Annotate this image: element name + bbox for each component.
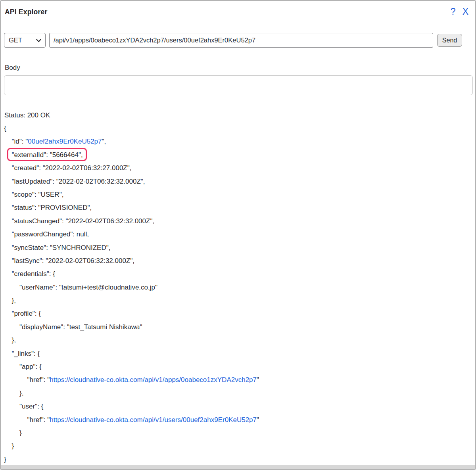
json-text: " — [257, 416, 259, 424]
json-line: "credentials": { — [1, 267, 475, 280]
json-text: "app": { — [19, 363, 42, 370]
body-label: Body — [5, 64, 20, 72]
json-text: "syncState": "SYNCHRONIZED", — [12, 244, 111, 251]
json-text: } — [12, 442, 14, 450]
close-icon[interactable]: X — [463, 7, 468, 16]
json-line: "userName": "tatsumi+test@cloudnative.co… — [1, 281, 475, 294]
json-line: "created": "2022-02-02T06:32:27.000Z", — [1, 161, 475, 175]
json-link[interactable]: https://cloudnative-co.okta.com/api/v1/a… — [50, 376, 257, 384]
json-text: "created": "2022-02-02T06:32:27.000Z", — [12, 164, 132, 172]
json-text: "externalId": "5666464", — [12, 151, 83, 159]
json-line: "status": "PROVISIONED", — [1, 201, 475, 214]
chevron-down-icon — [36, 39, 41, 42]
json-text: { — [4, 125, 6, 132]
json-line: }, — [1, 294, 475, 307]
json-line: } — [1, 453, 475, 466]
json-text: "userName": "tatsumi+test@cloudnative.co… — [19, 284, 157, 291]
body-textarea[interactable] — [4, 75, 473, 95]
json-line: "syncState": "SYNCHRONIZED", — [1, 241, 475, 254]
json-text: "displayName": "test_Tatsumi Nishikawa" — [19, 323, 142, 331]
json-line: "user": { — [1, 400, 475, 413]
json-line: "scope": "USER", — [1, 188, 475, 201]
method-select[interactable]: GET — [4, 33, 46, 48]
status-text: Status: 200 OK — [4, 111, 50, 119]
json-text: "credentials": { — [12, 270, 55, 278]
json-text: }, — [19, 389, 23, 397]
window-controls: ? X — [451, 7, 468, 16]
json-line: "externalId": "5666464", — [1, 148, 475, 161]
json-text: ", — [102, 138, 106, 145]
json-text: "statusChanged": "2022-02-02T06:32:32.00… — [12, 217, 155, 225]
json-line: }, — [1, 334, 475, 347]
json-text: "scope": "USER", — [12, 191, 64, 198]
json-text: "lastUpdated": "2022-02-02T06:32:32.000Z… — [12, 178, 145, 185]
json-text: }, — [12, 297, 16, 304]
json-line: { — [1, 122, 475, 135]
send-button[interactable]: Send — [437, 34, 462, 47]
url-input[interactable] — [49, 33, 433, 48]
json-line: "lastSync": "2022-02-02T06:32:32.000Z", — [1, 254, 475, 267]
json-text: "user": { — [19, 403, 43, 410]
json-line: "statusChanged": "2022-02-02T06:32:32.00… — [1, 215, 475, 228]
json-text: "href": " — [27, 376, 50, 384]
api-explorer-window: API Explorer ? X GET Send Body Status: 2… — [0, 0, 476, 470]
json-text: "status": "PROVISIONED", — [12, 204, 92, 211]
json-line: "app": { — [1, 360, 475, 373]
json-text: }, — [12, 336, 16, 344]
json-text: "passwordChanged": null, — [12, 230, 89, 238]
json-link[interactable]: https://cloudnative-co.okta.com/api/v1/u… — [50, 416, 257, 424]
page-title: API Explorer — [5, 8, 47, 16]
json-text: "id": " — [12, 138, 28, 145]
json-line: "lastUpdated": "2022-02-02T06:32:32.000Z… — [1, 175, 475, 188]
json-text: "lastSync": "2022-02-02T06:32:32.000Z", — [12, 257, 135, 265]
json-line: "id": "00uef2ahx9Er0KeU52p7", — [1, 135, 475, 148]
external-id-highlight: "externalId": "5666464", — [12, 151, 83, 159]
json-text: } — [4, 456, 6, 463]
response-json: {"id": "00uef2ahx9Er0KeU52p7","externalI… — [1, 122, 475, 466]
json-line: }, — [1, 387, 475, 400]
json-line: "href": "https://cloudnative-co.okta.com… — [1, 373, 475, 386]
json-line: "displayName": "test_Tatsumi Nishikawa" — [1, 320, 475, 334]
json-line: "passwordChanged": null, — [1, 228, 475, 241]
json-text: "profile": { — [12, 310, 41, 317]
json-text: " — [257, 376, 259, 384]
json-line: } — [1, 426, 475, 439]
json-text: "href": " — [27, 416, 50, 424]
json-link[interactable]: 00uef2ahx9Er0KeU52p7 — [28, 138, 102, 145]
help-icon[interactable]: ? — [451, 7, 456, 16]
json-line: "href": "https://cloudnative-co.okta.com… — [1, 413, 475, 426]
json-line: "_links": { — [1, 347, 475, 360]
json-line: "profile": { — [1, 307, 475, 320]
json-text: "_links": { — [12, 350, 40, 357]
json-text: } — [19, 429, 22, 437]
method-select-value: GET — [9, 36, 22, 44]
json-line: } — [1, 439, 475, 453]
window-bottom-edge — [1, 465, 475, 469]
